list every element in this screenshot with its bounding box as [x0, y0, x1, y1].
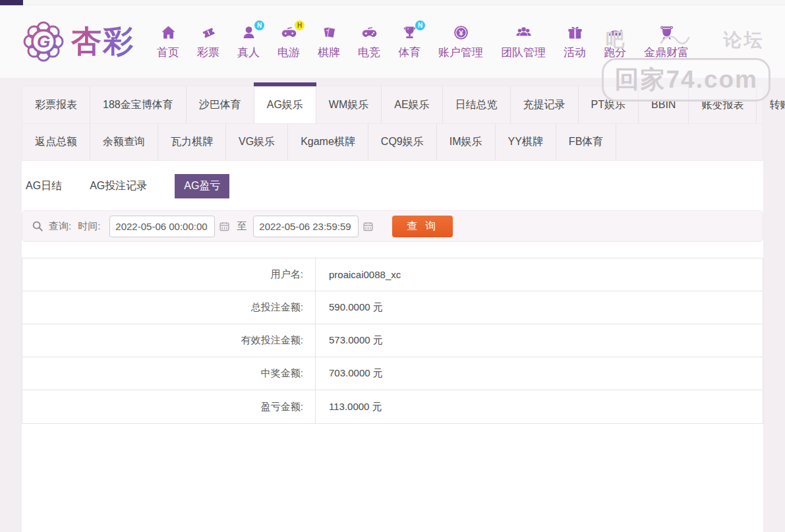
tab-FB体育[interactable]: FB体育 — [556, 124, 616, 160]
tab-IM娱乐[interactable]: IM娱乐 — [437, 124, 496, 160]
nav-item-体育[interactable]: N体育 — [398, 24, 421, 60]
nav-label: 跑分 — [604, 45, 626, 60]
tab-PT娱乐[interactable]: PT娱乐 — [579, 86, 639, 123]
subtab-AG投注记录[interactable]: AG投注记录 — [90, 174, 147, 198]
time-label: 时间: — [78, 220, 100, 233]
main-nav: 首页彩票N真人H电游棋牌电竞N体育¥账户管理团队管理活动跑分金鼎财富 — [157, 24, 689, 60]
team-icon — [513, 24, 533, 42]
svg-text:G: G — [37, 32, 50, 51]
gift-icon — [565, 24, 585, 42]
logo-text: 杏彩 — [71, 21, 134, 62]
row-label: 中奖金额: — [22, 357, 316, 390]
tab-AE娱乐[interactable]: AE娱乐 — [382, 86, 442, 123]
subtab-AG日结[interactable]: AG日结 — [26, 174, 62, 198]
row-label: 用户名: — [22, 258, 316, 291]
logo-flower-icon: G — [22, 20, 65, 63]
nav-item-电游[interactable]: H电游 — [277, 24, 300, 60]
subtab-AG盈亏[interactable]: AG盈亏 — [175, 174, 229, 198]
date-from-input[interactable] — [109, 216, 215, 237]
rhino-icon — [605, 24, 625, 42]
row-value: proaicai0088_xc — [316, 258, 763, 291]
row-value: 703.0000 元 — [316, 357, 763, 390]
nav-item-电竞[interactable]: 电竞 — [358, 24, 380, 60]
query-label: 查询: — [49, 220, 71, 233]
esports-gamepad-icon — [359, 24, 379, 42]
slots-gamepad-icon: H — [279, 24, 299, 42]
cards-icon — [319, 24, 339, 42]
row-value: 573.0000 元 — [316, 324, 763, 357]
profit-table: 用户名:proaicai0088_xc总投注金额:590.0000 元有效投注金… — [22, 258, 763, 424]
nav-item-真人[interactable]: N真人 — [237, 24, 260, 60]
tab-余额查询[interactable]: 余额查询 — [90, 124, 158, 160]
tab-BBIN[interactable]: BBIN — [639, 86, 689, 123]
calendar-icon[interactable] — [219, 221, 230, 232]
nav-label: 团队管理 — [501, 45, 546, 60]
tab-Kgame棋牌[interactable]: Kgame棋牌 — [288, 124, 368, 160]
tab-返点总额[interactable]: 返点总额 — [22, 124, 90, 160]
row-label: 有效投注金额: — [22, 324, 316, 357]
nav-label: 棋牌 — [318, 45, 340, 60]
row-value: 113.0000 元 — [316, 390, 763, 423]
nav-item-跑分[interactable]: 跑分 — [604, 24, 626, 60]
nav-item-彩票[interactable]: 彩票 — [197, 24, 219, 60]
badge-h-icon: H — [295, 20, 305, 30]
tab-日结总览[interactable]: 日结总览 — [443, 86, 511, 123]
query-button[interactable]: 查 询 — [392, 216, 453, 237]
tab-YY棋牌[interactable]: YY棋牌 — [496, 124, 556, 160]
live-person-icon: N — [239, 24, 258, 42]
tab-账变报表[interactable]: 账变报表 — [689, 86, 757, 123]
nav-label: 首页 — [157, 45, 179, 60]
nav-item-首页[interactable]: 首页 — [157, 24, 179, 60]
tab-转账报表[interactable]: 转账报表 — [757, 86, 785, 123]
tab-WM娱乐[interactable]: WM娱乐 — [316, 86, 382, 123]
date-to-input[interactable] — [253, 216, 359, 237]
home-icon — [158, 24, 178, 42]
tab-瓦力棋牌[interactable]: 瓦力棋牌 — [158, 124, 226, 160]
tab-充提记录[interactable]: 充提记录 — [511, 86, 579, 123]
nav-label: 体育 — [398, 45, 421, 60]
ticket-icon — [198, 24, 218, 42]
top-left-bar — [0, 0, 23, 5]
nav-label: 电竞 — [358, 45, 380, 60]
top-strip — [0, 0, 785, 5]
app-logo: G 杏彩 — [22, 20, 134, 63]
tab-彩票报表[interactable]: 彩票报表 — [22, 86, 90, 123]
ding-icon — [656, 24, 676, 42]
calendar-icon[interactable] — [363, 221, 374, 232]
search-bar: 查询: 时间: 至 — [22, 210, 763, 242]
ag-subtabs: AG日结AG投注记录AG盈亏 — [22, 174, 763, 210]
tab-VG娱乐[interactable]: VG娱乐 — [226, 124, 288, 160]
row-label: 总投注金额: — [22, 291, 316, 324]
svg-text:¥: ¥ — [459, 28, 463, 38]
nav-item-账户管理[interactable]: ¥账户管理 — [438, 24, 483, 60]
search-icon — [32, 220, 44, 232]
tab-AG娱乐[interactable]: AG娱乐 — [254, 86, 316, 123]
main-content: 彩票报表188金宝博体育沙巴体育AG娱乐WM娱乐AE娱乐日结总览充提记录PT娱乐… — [22, 86, 763, 532]
report-tabs-row1: 彩票报表188金宝博体育沙巴体育AG娱乐WM娱乐AE娱乐日结总览充提记录PT娱乐… — [22, 86, 763, 123]
table-row: 总投注金额:590.0000 元 — [22, 291, 763, 324]
nav-label: 真人 — [237, 45, 260, 60]
nav-item-活动[interactable]: 活动 — [564, 24, 586, 60]
nav-label: 彩票 — [197, 45, 219, 60]
nav-item-棋牌[interactable]: 棋牌 — [318, 24, 340, 60]
nav-label: 账户管理 — [438, 45, 483, 60]
to-label: 至 — [237, 220, 247, 233]
tab-188金宝博体育[interactable]: 188金宝博体育 — [90, 86, 187, 123]
tab-CQ9娱乐[interactable]: CQ9娱乐 — [368, 124, 437, 160]
report-tabs: 彩票报表188金宝博体育沙巴体育AG娱乐WM娱乐AE娱乐日结总览充提记录PT娱乐… — [22, 86, 763, 161]
nav-label: 活动 — [564, 45, 586, 60]
nav-item-团队管理[interactable]: 团队管理 — [501, 24, 546, 60]
badge-n-icon: N — [254, 20, 264, 30]
table-row: 用户名:proaicai0088_xc — [22, 258, 763, 291]
content-card: AG日结AG投注记录AG盈亏 查询: 时间: 至 — [22, 161, 763, 532]
tab-沙巴体育[interactable]: 沙巴体育 — [187, 86, 254, 123]
account-coin-icon: ¥ — [451, 24, 471, 42]
table-row: 中奖金额:703.0000 元 — [22, 357, 763, 390]
row-value: 590.0000 元 — [316, 291, 763, 324]
report-tabs-row2: 返点总额余额查询瓦力棋牌VG娱乐Kgame棋牌CQ9娱乐IM娱乐YY棋牌FB体育 — [22, 123, 763, 160]
table-row: 盈亏金额:113.0000 元 — [22, 390, 763, 423]
nav-item-金鼎财富[interactable]: 金鼎财富 — [644, 24, 689, 60]
badge-n-icon: N — [415, 20, 425, 30]
header: G 杏彩 首页彩票N真人H电游棋牌电竞N体育¥账户管理团队管理活动跑分金鼎财富 — [0, 5, 785, 78]
row-label: 盈亏金额: — [22, 390, 316, 423]
